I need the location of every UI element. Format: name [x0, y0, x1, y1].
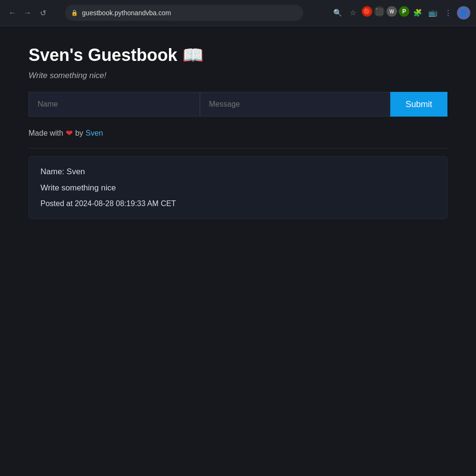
name-input[interactable] [29, 92, 200, 117]
extensions-button[interactable]: 🧩 [411, 6, 425, 20]
back-button[interactable]: ← [6, 6, 19, 20]
puzzle-icon: 🧩 [413, 9, 422, 17]
cast-icon: 📺 [428, 9, 437, 17]
browser-chrome: ← → ↺ 🔒 guestbook.pythonandvba.com 🔍 ☆ 🔴… [0, 0, 476, 26]
divider [29, 148, 447, 149]
forward-icon: → [24, 9, 31, 17]
attribution: Made with ❤ by Sven [29, 128, 447, 139]
author-link[interactable]: Sven [86, 129, 103, 138]
star-icon: ☆ [350, 9, 356, 17]
address-bar[interactable]: 🔒 guestbook.pythonandvba.com [65, 5, 303, 21]
profile-avatar[interactable]: 👤 [457, 6, 470, 20]
entry-card: Name: Sven Write something nice Posted a… [29, 156, 447, 219]
heart-icon: ❤ [66, 128, 73, 139]
book-emoji: 📖 [182, 45, 204, 65]
search-button[interactable]: 🔍 [331, 6, 345, 20]
by-text: by [75, 129, 83, 138]
extension-2-icon[interactable]: ⬛ [374, 6, 385, 17]
back-icon: ← [9, 9, 16, 17]
reload-icon: ↺ [40, 9, 46, 18]
submit-button[interactable]: Submit [390, 92, 447, 117]
menu-icon: ⋮ [445, 9, 452, 17]
entry-message: Write something nice [40, 183, 436, 193]
lock-icon: 🔒 [71, 10, 78, 16]
entry-name: Name: Sven [40, 167, 436, 177]
entry-timestamp: Posted at 2024-08-28 08:19:33 AM CET [40, 199, 436, 208]
extension-4-icon[interactable]: P [399, 6, 409, 17]
subtitle: Write something nice! [29, 71, 447, 80]
entry-form: Submit [29, 92, 447, 117]
bookmark-button[interactable]: ☆ [347, 6, 360, 20]
reload-button[interactable]: ↺ [36, 6, 50, 20]
extension-3-icon[interactable]: W [387, 6, 397, 17]
search-icon: 🔍 [333, 9, 342, 17]
cast-button[interactable]: 📺 [426, 6, 440, 20]
message-input[interactable] [200, 92, 390, 117]
made-with-text: Made with [29, 129, 63, 138]
menu-button[interactable]: ⋮ [442, 6, 455, 20]
page-title: Sven's Guestbook 📖 [29, 45, 447, 65]
url-text: guestbook.pythonandvba.com [82, 9, 171, 17]
extension-1-icon[interactable]: 🔴 [362, 6, 372, 17]
forward-button[interactable]: → [21, 6, 34, 20]
browser-actions: 🔍 ☆ 🔴 ⬛ W P 🧩 📺 ⋮ 👤 [331, 6, 470, 20]
nav-buttons: ← → ↺ [6, 6, 50, 20]
page-content: Sven's Guestbook 📖 Write something nice!… [0, 26, 476, 238]
